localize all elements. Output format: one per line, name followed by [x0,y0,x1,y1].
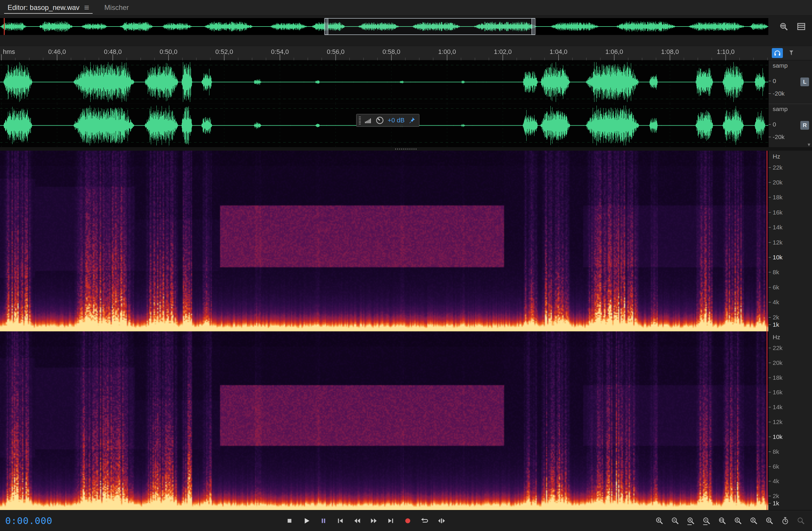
spectrogram-left-channel[interactable] [0,151,768,331]
zoom-out-time-button[interactable] [700,514,713,527]
frequency-scale-label: 6k [773,463,779,470]
audio-editor-window: Editor: basop_new.wav ≡ Mischer [0,0,812,531]
scale-tick [769,436,771,437]
zoom-selection-right-button[interactable] [747,514,760,527]
pause-button[interactable] [316,514,330,527]
volume-hud[interactable]: +0 dB [356,114,419,127]
right-channel-badge[interactable]: R [800,121,809,130]
ruler-tick-label: 1:06,0 [605,48,623,56]
scale-tick [769,137,771,137]
spectrogram-right-canvas[interactable] [0,331,768,510]
pin-icon[interactable] [408,116,416,124]
left-channel-scale: L samp0-20k [769,60,812,104]
frequency-scale-label: 4k [773,478,779,485]
scale-tick [769,451,771,452]
play-button[interactable] [300,514,314,527]
spectrogram-left-canvas[interactable] [0,151,768,331]
scale-tick [769,422,771,422]
amplitude-scale-label: samp [773,106,787,112]
ruler-tick-label: 1:04,0 [550,48,567,56]
frequency-scale-label: 2k [773,492,779,500]
frequency-scale-label: 20k [773,359,783,366]
frequency-scale-column[interactable]: Hz22k20k18k16k14k12k10k8k6k4k2k1k [768,151,812,331]
amplitude-scale-column[interactable]: L samp0-20k R samp0-20k ▾ [768,60,812,147]
transport-bar: 0:00.000 [0,510,812,531]
loop-playback-button[interactable] [418,514,432,527]
waveform-left-channel[interactable] [0,60,768,104]
fast-forward-button[interactable] [367,514,381,527]
magnifier-arrows-icon[interactable] [778,21,789,32]
zoom-to-selection-button[interactable] [763,514,776,527]
volume-knob-icon[interactable] [375,116,384,125]
zoom-out-button[interactable] [669,514,682,527]
zoom-in-time-button[interactable] [684,514,697,527]
spectrogram-row-right-channel: Hz22k20k18k16k14k12k10k8k6k4k2k1k [0,331,812,510]
scale-tick [769,124,771,125]
frequency-scale-label: 20k [773,179,783,186]
overview-view-selection[interactable] [326,18,534,35]
panel-menu-icon[interactable]: ≡ [84,3,89,12]
overview-tools [768,21,812,32]
transport-controls [282,514,449,527]
skip-to-start-button[interactable] [333,514,347,527]
waveform-view[interactable]: +0 dB [0,60,768,147]
ruler-tick-label: 1:08,0 [661,48,679,56]
splitter-grip[interactable] [395,148,417,150]
frequency-scale-label: 16k [773,209,783,216]
left-channel-badge[interactable]: L [800,78,809,86]
amplitude-scale-label: 0 [773,78,776,85]
frequency-scale-label: 8k [773,448,779,455]
frequency-scale-label: 14k [773,404,783,411]
level-meter-icon [364,116,372,124]
ruler-tick-label: 0:58,0 [382,48,400,56]
frequency-scale-label: 6k [773,284,779,291]
spectrogram-row-left-channel: Hz22k20k18k16k14k12k10k8k6k4k2k1k [0,151,812,331]
scale-tick [769,503,771,504]
scale-tick [769,287,771,288]
frequency-scale-label: 1k [773,500,779,507]
spectrogram-right-channel[interactable] [0,331,768,510]
frequency-scale-label: 22k [773,164,783,171]
scale-tick [769,212,771,213]
scroll-down-arrow[interactable]: ▾ [808,142,810,147]
scale-tick [769,227,771,228]
stop-button[interactable] [282,514,296,527]
timed-record-button[interactable] [779,514,792,527]
overview-selection-right-handle[interactable] [532,18,535,35]
skip-to-end-button[interactable] [384,514,398,527]
waveform-area: +0 dB L samp0-20k R samp0-20k ▾ [0,60,812,147]
hud-grip[interactable] [359,116,361,124]
ruler-tick-label: 0:56,0 [327,48,345,56]
amplitude-scale-label: -20k [773,90,785,97]
headphones-monitor-button[interactable] [772,48,783,58]
panel-list-icon[interactable] [796,21,807,32]
scale-tick [769,93,771,94]
marker-icon[interactable] [787,49,795,57]
gain-value[interactable]: +0 dB [388,116,405,124]
zoom-toolbar [653,514,812,527]
timeline-ruler[interactable]: hms 0:46,00:48,00:50,00:52,00:54,00:56,0… [0,46,768,60]
frequency-scale-column[interactable]: Hz22k20k18k16k14k12k10k8k6k4k2k1k [768,331,812,510]
horizontal-splitter[interactable] [0,147,812,151]
scale-tick [769,197,771,198]
tab-mixer[interactable]: Mischer [97,0,136,15]
frequency-scale-label: 4k [773,299,779,306]
zoom-selection-left-button[interactable] [731,514,744,527]
scale-tick [769,363,771,363]
overview-playhead[interactable] [4,18,5,35]
playback-time-display[interactable]: 0:00.000 [5,515,53,526]
zoom-reset-button[interactable] [716,514,729,527]
zoom-in-button[interactable] [653,514,666,527]
overview-waveform-strip[interactable] [0,18,768,35]
zoom-full-button[interactable] [795,514,807,527]
ruler-tick-label: 0:52,0 [215,48,233,56]
skip-selection-button[interactable] [435,514,449,527]
scale-tick [769,377,771,378]
amplitude-scale-label: -20k [773,134,785,140]
tab-editor[interactable]: Editor: basop_new.wav ≡ [0,0,97,15]
overview-selection-left-handle[interactable] [324,18,328,35]
ruler-row: hms 0:46,00:48,00:50,00:52,00:54,00:56,0… [0,38,812,60]
scale-tick [769,407,771,407]
record-button[interactable] [401,514,415,527]
rewind-button[interactable] [350,514,364,527]
